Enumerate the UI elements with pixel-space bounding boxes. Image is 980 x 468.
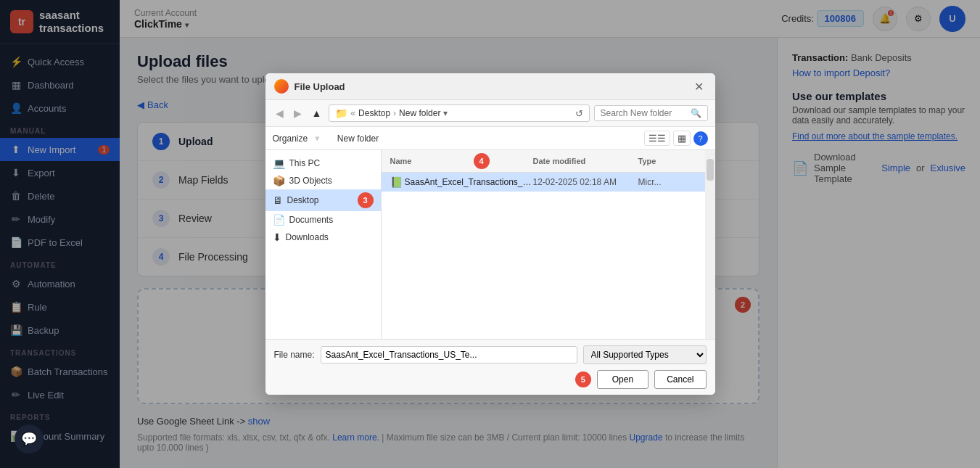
file-list-area: Name 4 Date modified Type 📗 SaasAnt_Exce… xyxy=(382,150,705,339)
dialog-overlay: File Upload ✕ ◀ ▶ ▲ 📁 « Desktop › New fo… xyxy=(0,0,980,468)
organize-bar: Organize ▾ New folder ☰☰ ▦ ? xyxy=(265,127,715,150)
annotation-badge-5: 5 xyxy=(575,371,591,387)
search-input[interactable] xyxy=(601,108,688,118)
file-type-select[interactable]: All Supported Types xyxy=(583,345,707,364)
file-name-label: File name: xyxy=(274,350,315,360)
cancel-button[interactable]: Cancel xyxy=(654,370,706,389)
col-type: Type xyxy=(638,157,696,165)
file-name-row: File name: All Supported Types xyxy=(274,345,707,364)
chat-bubble[interactable]: 💬 xyxy=(15,424,44,453)
view-icons: ☰☰ ▦ ? xyxy=(644,131,708,146)
path-dropdown-icon[interactable]: ▾ xyxy=(443,108,448,118)
path-new-folder[interactable]: New folder xyxy=(399,108,440,118)
file-row[interactable]: 📗 SaasAnt_Excel_Transactions_US_Template… xyxy=(382,173,705,192)
file-nav-toolbar: ◀ ▶ ▲ 📁 « Desktop › New folder ▾ ↺ 🔍 xyxy=(265,100,715,127)
file-browser-body: 💻 This PC 📦 3D Objects 🖥 Desktop 3 📄 Doc… xyxy=(265,150,715,339)
fs-item-3d-objects[interactable]: 📦 3D Objects xyxy=(265,172,381,189)
organize-button[interactable]: Organize xyxy=(273,134,308,144)
fs-item-desktop[interactable]: 🖥 Desktop 3 xyxy=(265,189,381,211)
file-bottom-bar: File name: All Supported Types 5 Open Ca… xyxy=(265,339,715,395)
search-bar: 🔍 xyxy=(594,105,708,121)
fs-item-documents[interactable]: 📄 Documents xyxy=(265,211,381,229)
nav-back-arrow[interactable]: ◀ xyxy=(273,106,287,120)
3d-objects-icon: 📦 xyxy=(273,175,285,186)
file-actions-row: 5 Open Cancel xyxy=(274,370,707,389)
dialog-close-button[interactable]: ✕ xyxy=(691,80,707,94)
file-upload-dialog: File Upload ✕ ◀ ▶ ▲ 📁 « Desktop › New fo… xyxy=(265,73,715,395)
col-date: Date modified xyxy=(533,157,638,165)
view-details-button[interactable]: ▦ xyxy=(673,131,691,146)
new-folder-button[interactable]: New folder xyxy=(337,134,379,144)
dialog-titlebar: File Upload ✕ xyxy=(265,73,715,100)
nav-forward-arrow[interactable]: ▶ xyxy=(291,106,305,120)
annotation-badge-4: 4 xyxy=(474,153,490,169)
fs-label-this-pc: This PC xyxy=(289,158,321,168)
firefox-icon xyxy=(274,79,289,94)
documents-icon: 📄 xyxy=(273,214,285,226)
downloads-icon: ⬇ xyxy=(273,231,281,243)
fs-label-downloads: Downloads xyxy=(286,232,329,242)
file-sidebar: 💻 This PC 📦 3D Objects 🖥 Desktop 3 📄 Doc… xyxy=(265,150,382,339)
fs-item-this-pc[interactable]: 💻 This PC xyxy=(265,155,381,172)
col-name: Name xyxy=(390,157,474,165)
annotation-badge-3: 3 xyxy=(358,192,374,208)
nav-up-arrow[interactable]: ▲ xyxy=(309,106,325,120)
desktop-icon: 🖥 xyxy=(273,194,283,206)
fs-label-desktop: Desktop xyxy=(287,195,319,205)
path-desktop[interactable]: Desktop xyxy=(358,108,390,118)
scroll-thumb[interactable] xyxy=(707,159,714,181)
fs-label-documents: Documents xyxy=(289,215,334,225)
fs-item-downloads[interactable]: ⬇ Downloads xyxy=(265,229,381,246)
path-bar: 📁 « Desktop › New folder ▾ ↺ xyxy=(329,104,589,122)
dialog-title: File Upload xyxy=(295,81,685,92)
file-type: Micr... xyxy=(638,177,696,187)
fs-label-3d-objects: 3D Objects xyxy=(289,176,332,186)
search-icon: 🔍 xyxy=(691,108,701,118)
scroll-bar[interactable] xyxy=(705,150,715,339)
file-excel-icon: 📗 xyxy=(390,176,405,188)
this-pc-icon: 💻 xyxy=(273,157,285,169)
view-list-button[interactable]: ☰☰ xyxy=(644,131,670,146)
open-button[interactable]: Open xyxy=(597,370,648,389)
file-date: 12-02-2025 02:18 AM xyxy=(533,177,638,187)
file-name: SaasAnt_Excel_Transactions_US_Template..… xyxy=(405,177,533,187)
path-refresh-button[interactable]: ↺ xyxy=(575,108,583,119)
file-list-header: Name 4 Date modified Type xyxy=(382,150,705,173)
path-folder-icon: 📁 xyxy=(335,107,347,119)
file-name-input[interactable] xyxy=(321,346,577,364)
help-button[interactable]: ? xyxy=(693,131,708,146)
